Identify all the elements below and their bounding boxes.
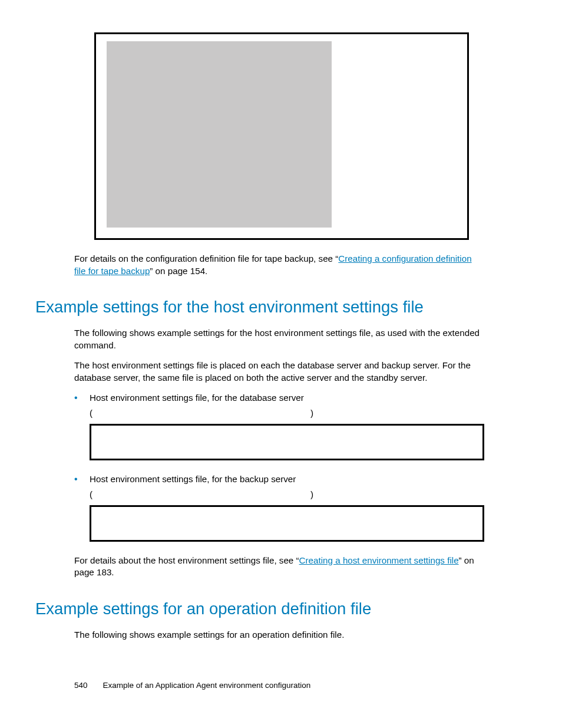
section-body: The following shows example settings for… bbox=[74, 327, 485, 384]
right-paren: ) bbox=[310, 408, 313, 418]
footer-title: Example of an Application Agent environm… bbox=[103, 681, 311, 690]
right-paren: ) bbox=[310, 489, 313, 499]
para-host-env-details: For details about the host environment s… bbox=[74, 555, 485, 579]
bullet-label: Host environment settings file, for the … bbox=[90, 473, 296, 486]
list-item: • Host environment settings file, for th… bbox=[74, 473, 485, 542]
text: For details about the host environment s… bbox=[74, 555, 299, 565]
bullet-list: • Host environment settings file, for th… bbox=[74, 392, 485, 542]
heading-host-env: Example settings for the host environmen… bbox=[35, 297, 485, 317]
link-host-env-file[interactable]: Creating a host environment settings fil… bbox=[299, 555, 459, 565]
left-paren: ( bbox=[90, 489, 92, 499]
paren-row: ( ) bbox=[90, 489, 313, 499]
page-footer: 540Example of an Application Agent envir… bbox=[74, 681, 310, 690]
para-tape-backup: For details on the configuration definit… bbox=[74, 253, 485, 277]
para: The following shows example settings for… bbox=[74, 629, 485, 641]
code-box bbox=[90, 424, 484, 460]
para: The host environment settings file is pl… bbox=[74, 360, 485, 384]
figure-placeholder bbox=[107, 41, 332, 228]
paren-row: ( ) bbox=[90, 408, 313, 418]
list-item: • Host environment settings file, for th… bbox=[74, 392, 485, 460]
bullet-icon: • bbox=[74, 473, 90, 486]
text: For details on the configuration definit… bbox=[74, 253, 338, 263]
heading-operation-def: Example settings for an operation defini… bbox=[35, 599, 485, 618]
section-body: The following shows example settings for… bbox=[74, 629, 485, 641]
left-paren: ( bbox=[90, 408, 92, 418]
page-number: 540 bbox=[74, 681, 88, 690]
text: ” on page 154. bbox=[150, 266, 207, 276]
figure-frame bbox=[94, 32, 469, 240]
bullet-label: Host environment settings file, for the … bbox=[90, 392, 304, 404]
bullet-icon: • bbox=[74, 392, 90, 404]
page: For details on the configuration definit… bbox=[0, 0, 562, 728]
para: The following shows example settings for… bbox=[74, 327, 485, 351]
code-box bbox=[90, 505, 484, 542]
